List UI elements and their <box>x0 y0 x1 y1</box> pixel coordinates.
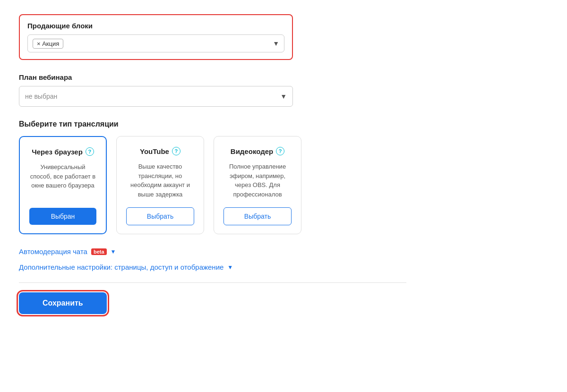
tag-close-icon[interactable]: × Акция <box>37 40 59 47</box>
additional-settings-section: Дополнительные настройки: страницы, дост… <box>19 263 406 271</box>
prodayuschie-section: Продающие блоки × Акция ▼ <box>19 14 293 60</box>
card-youtube-description: Выше качество трансляции, но необходим а… <box>126 162 194 199</box>
beta-badge: beta <box>91 248 107 255</box>
broadcast-type-label: Выберите тип трансляции <box>19 120 406 128</box>
automoderation-link[interactable]: Автомодерация чата <box>19 247 87 256</box>
card-youtube-help-icon[interactable]: ? <box>172 147 180 155</box>
plan-webinara-label: План вебинара <box>19 73 406 81</box>
prodayuschie-chevron-icon: ▼ <box>273 40 279 47</box>
card-youtube-select-button[interactable]: Выбрать <box>126 207 194 225</box>
additional-settings-row[interactable]: Дополнительные настройки: страницы, дост… <box>19 263 406 271</box>
card-browser-title: Через браузер ? <box>32 147 94 156</box>
plan-webinara-placeholder: не выбран <box>25 93 280 100</box>
card-browser-description: Универсальный способ, все работает в окн… <box>29 162 96 199</box>
card-browser-help-icon[interactable]: ? <box>86 147 94 156</box>
automoderation-row[interactable]: Автомодерация чата beta ▼ <box>19 247 406 256</box>
card-youtube: YouTube ? Выше качество трансляции, но н… <box>116 136 204 234</box>
card-videocoder: Видеокодер ? Полное управление эфиром, н… <box>214 136 301 234</box>
card-browser: Через браузер ? Универсальный способ, вс… <box>19 136 107 234</box>
card-youtube-title: YouTube ? <box>140 147 180 155</box>
automoderation-chevron-icon: ▼ <box>111 248 116 255</box>
divider <box>19 282 406 283</box>
additional-settings-chevron-icon: ▼ <box>227 264 233 271</box>
plan-webinara-chevron-icon: ▼ <box>280 93 287 100</box>
card-videocoder-select-button[interactable]: Выбрать <box>223 207 292 225</box>
aktsiya-tag[interactable]: × Акция <box>33 39 63 49</box>
plan-webinara-select[interactable]: не выбран ▼ <box>19 86 293 107</box>
card-browser-select-button[interactable]: Выбран <box>29 208 96 225</box>
additional-settings-link[interactable]: Дополнительные настройки: страницы, дост… <box>19 263 223 271</box>
automoderation-section: Автомодерация чата beta ▼ <box>19 247 406 256</box>
plan-webinara-section: План вебинара не выбран ▼ <box>19 73 406 107</box>
save-button[interactable]: Сохранить <box>19 292 107 314</box>
save-button-wrap: Сохранить <box>19 292 107 314</box>
broadcast-type-section: Выберите тип трансляции Через браузер ? … <box>19 120 406 234</box>
card-videocoder-description: Полное управление эфиром, например, чере… <box>223 162 292 199</box>
broadcast-cards-row: Через браузер ? Универсальный способ, вс… <box>19 136 406 234</box>
card-videocoder-title: Видеокодер ? <box>231 147 284 155</box>
prodayuschie-select[interactable]: × Акция ▼ <box>27 34 284 52</box>
card-videocoder-help-icon[interactable]: ? <box>276 147 284 155</box>
prodayuschie-label: Продающие блоки <box>27 22 284 30</box>
